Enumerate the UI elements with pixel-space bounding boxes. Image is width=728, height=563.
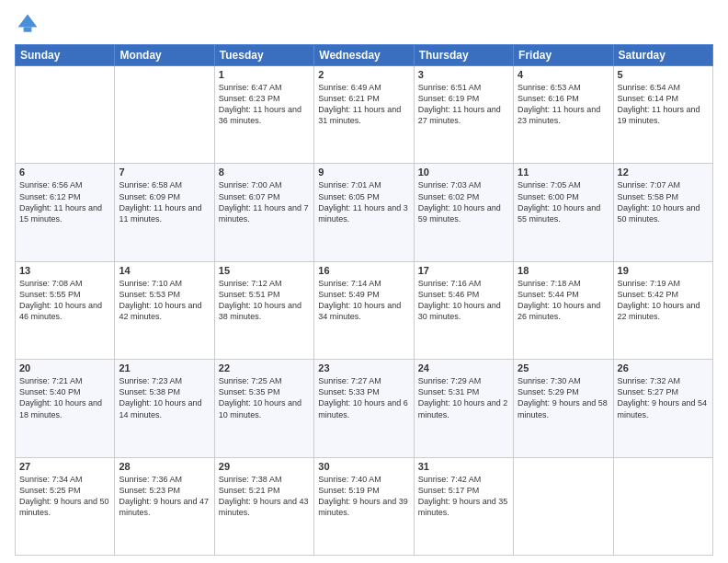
day-number: 24 bbox=[418, 362, 509, 373]
day-info: Sunrise: 7:08 AM Sunset: 5:55 PM Dayligh… bbox=[19, 278, 110, 323]
calendar-cell bbox=[514, 457, 613, 555]
day-info: Sunrise: 6:49 AM Sunset: 6:21 PM Dayligh… bbox=[318, 82, 409, 127]
calendar-cell: 20Sunrise: 7:21 AM Sunset: 5:40 PM Dayli… bbox=[16, 360, 115, 457]
day-number: 1 bbox=[219, 69, 310, 80]
calendar-cell: 17Sunrise: 7:16 AM Sunset: 5:46 PM Dayli… bbox=[414, 261, 513, 359]
day-info: Sunrise: 7:05 AM Sunset: 6:00 PM Dayligh… bbox=[518, 179, 609, 224]
day-info: Sunrise: 7:40 AM Sunset: 5:19 PM Dayligh… bbox=[318, 474, 409, 519]
day-info: Sunrise: 7:23 AM Sunset: 5:38 PM Dayligh… bbox=[119, 375, 210, 420]
calendar-week-row: 6Sunrise: 6:56 AM Sunset: 6:12 PM Daylig… bbox=[16, 164, 713, 261]
col-tuesday: Tuesday bbox=[214, 45, 313, 66]
calendar-week-row: 27Sunrise: 7:34 AM Sunset: 5:25 PM Dayli… bbox=[16, 457, 713, 555]
calendar-cell: 30Sunrise: 7:40 AM Sunset: 5:19 PM Dayli… bbox=[314, 457, 414, 555]
day-number: 16 bbox=[318, 265, 409, 276]
col-monday: Monday bbox=[115, 45, 214, 66]
day-info: Sunrise: 7:10 AM Sunset: 5:53 PM Dayligh… bbox=[119, 278, 210, 323]
day-info: Sunrise: 7:14 AM Sunset: 5:49 PM Dayligh… bbox=[318, 278, 409, 323]
day-number: 18 bbox=[518, 265, 609, 276]
calendar-cell: 9Sunrise: 7:01 AM Sunset: 6:05 PM Daylig… bbox=[314, 164, 414, 261]
day-info: Sunrise: 7:21 AM Sunset: 5:40 PM Dayligh… bbox=[19, 375, 110, 420]
day-info: Sunrise: 7:38 AM Sunset: 5:21 PM Dayligh… bbox=[219, 474, 310, 519]
calendar-cell: 25Sunrise: 7:30 AM Sunset: 5:29 PM Dayli… bbox=[514, 360, 613, 457]
calendar-cell bbox=[613, 457, 712, 555]
calendar-cell: 16Sunrise: 7:14 AM Sunset: 5:49 PM Dayli… bbox=[314, 261, 414, 359]
day-info: Sunrise: 7:07 AM Sunset: 5:58 PM Dayligh… bbox=[618, 179, 709, 224]
calendar-cell bbox=[115, 66, 214, 164]
day-number: 7 bbox=[119, 167, 210, 178]
day-info: Sunrise: 6:47 AM Sunset: 6:23 PM Dayligh… bbox=[219, 82, 310, 127]
day-info: Sunrise: 7:01 AM Sunset: 6:05 PM Dayligh… bbox=[318, 179, 409, 224]
calendar-cell: 29Sunrise: 7:38 AM Sunset: 5:21 PM Dayli… bbox=[214, 457, 313, 555]
calendar-cell: 22Sunrise: 7:25 AM Sunset: 5:35 PM Dayli… bbox=[214, 360, 313, 457]
calendar-cell: 28Sunrise: 7:36 AM Sunset: 5:23 PM Dayli… bbox=[115, 457, 214, 555]
calendar-cell: 21Sunrise: 7:23 AM Sunset: 5:38 PM Dayli… bbox=[115, 360, 214, 457]
day-info: Sunrise: 7:30 AM Sunset: 5:29 PM Dayligh… bbox=[518, 375, 609, 420]
day-info: Sunrise: 7:16 AM Sunset: 5:46 PM Dayligh… bbox=[418, 278, 509, 323]
calendar-cell: 7Sunrise: 6:58 AM Sunset: 6:09 PM Daylig… bbox=[115, 164, 214, 261]
svg-rect-1 bbox=[24, 28, 32, 32]
day-number: 26 bbox=[618, 362, 709, 373]
day-number: 14 bbox=[119, 265, 210, 276]
day-number: 15 bbox=[219, 265, 310, 276]
day-number: 25 bbox=[518, 362, 609, 373]
col-friday: Friday bbox=[514, 45, 613, 66]
calendar-cell: 13Sunrise: 7:08 AM Sunset: 5:55 PM Dayli… bbox=[16, 261, 115, 359]
day-info: Sunrise: 6:58 AM Sunset: 6:09 PM Dayligh… bbox=[119, 179, 210, 224]
day-info: Sunrise: 6:53 AM Sunset: 6:16 PM Dayligh… bbox=[518, 82, 609, 127]
day-number: 5 bbox=[618, 69, 709, 80]
day-number: 11 bbox=[518, 167, 609, 178]
day-number: 17 bbox=[418, 265, 509, 276]
calendar-week-row: 13Sunrise: 7:08 AM Sunset: 5:55 PM Dayli… bbox=[16, 261, 713, 359]
day-info: Sunrise: 7:29 AM Sunset: 5:31 PM Dayligh… bbox=[418, 375, 509, 420]
calendar-header-row: Sunday Monday Tuesday Wednesday Thursday… bbox=[16, 45, 713, 66]
col-wednesday: Wednesday bbox=[314, 45, 414, 66]
calendar-cell: 12Sunrise: 7:07 AM Sunset: 5:58 PM Dayli… bbox=[613, 164, 712, 261]
day-info: Sunrise: 7:36 AM Sunset: 5:23 PM Dayligh… bbox=[119, 474, 210, 519]
day-info: Sunrise: 6:56 AM Sunset: 6:12 PM Dayligh… bbox=[19, 179, 110, 224]
day-info: Sunrise: 7:42 AM Sunset: 5:17 PM Dayligh… bbox=[418, 474, 509, 519]
day-number: 28 bbox=[119, 461, 210, 472]
calendar-cell: 6Sunrise: 6:56 AM Sunset: 6:12 PM Daylig… bbox=[16, 164, 115, 261]
header bbox=[15, 11, 713, 37]
day-info: Sunrise: 6:51 AM Sunset: 6:19 PM Dayligh… bbox=[418, 82, 509, 127]
day-number: 23 bbox=[318, 362, 409, 373]
day-number: 3 bbox=[418, 69, 509, 80]
day-number: 31 bbox=[418, 461, 509, 472]
calendar-cell: 14Sunrise: 7:10 AM Sunset: 5:53 PM Dayli… bbox=[115, 261, 214, 359]
calendar-cell: 11Sunrise: 7:05 AM Sunset: 6:00 PM Dayli… bbox=[514, 164, 613, 261]
calendar-cell: 1Sunrise: 6:47 AM Sunset: 6:23 PM Daylig… bbox=[214, 66, 313, 164]
day-number: 22 bbox=[219, 362, 310, 373]
calendar-cell: 19Sunrise: 7:19 AM Sunset: 5:42 PM Dayli… bbox=[613, 261, 712, 359]
day-info: Sunrise: 7:32 AM Sunset: 5:27 PM Dayligh… bbox=[618, 375, 709, 420]
calendar-week-row: 20Sunrise: 7:21 AM Sunset: 5:40 PM Dayli… bbox=[16, 360, 713, 457]
day-number: 2 bbox=[318, 69, 409, 80]
day-info: Sunrise: 7:00 AM Sunset: 6:07 PM Dayligh… bbox=[219, 179, 310, 224]
day-info: Sunrise: 6:54 AM Sunset: 6:14 PM Dayligh… bbox=[618, 82, 709, 127]
calendar-cell: 23Sunrise: 7:27 AM Sunset: 5:33 PM Dayli… bbox=[314, 360, 414, 457]
calendar-cell: 27Sunrise: 7:34 AM Sunset: 5:25 PM Dayli… bbox=[16, 457, 115, 555]
day-number: 20 bbox=[19, 362, 110, 373]
day-number: 10 bbox=[418, 167, 509, 178]
col-sunday: Sunday bbox=[16, 45, 115, 66]
calendar-cell: 3Sunrise: 6:51 AM Sunset: 6:19 PM Daylig… bbox=[414, 66, 513, 164]
day-number: 27 bbox=[19, 461, 110, 472]
calendar-week-row: 1Sunrise: 6:47 AM Sunset: 6:23 PM Daylig… bbox=[16, 66, 713, 164]
calendar-cell: 15Sunrise: 7:12 AM Sunset: 5:51 PM Dayli… bbox=[214, 261, 313, 359]
col-thursday: Thursday bbox=[414, 45, 513, 66]
calendar-cell: 10Sunrise: 7:03 AM Sunset: 6:02 PM Dayli… bbox=[414, 164, 513, 261]
calendar-cell: 8Sunrise: 7:00 AM Sunset: 6:07 PM Daylig… bbox=[214, 164, 313, 261]
day-number: 13 bbox=[19, 265, 110, 276]
day-info: Sunrise: 7:25 AM Sunset: 5:35 PM Dayligh… bbox=[219, 375, 310, 420]
day-number: 21 bbox=[119, 362, 210, 373]
day-info: Sunrise: 7:03 AM Sunset: 6:02 PM Dayligh… bbox=[418, 179, 509, 224]
day-info: Sunrise: 7:19 AM Sunset: 5:42 PM Dayligh… bbox=[618, 278, 709, 323]
calendar-cell bbox=[16, 66, 115, 164]
calendar-cell: 24Sunrise: 7:29 AM Sunset: 5:31 PM Dayli… bbox=[414, 360, 513, 457]
calendar-table: Sunday Monday Tuesday Wednesday Thursday… bbox=[15, 44, 713, 556]
logo-icon bbox=[15, 11, 40, 37]
day-number: 4 bbox=[518, 69, 609, 80]
day-info: Sunrise: 7:27 AM Sunset: 5:33 PM Dayligh… bbox=[318, 375, 409, 420]
day-number: 8 bbox=[219, 167, 310, 178]
calendar-cell: 5Sunrise: 6:54 AM Sunset: 6:14 PM Daylig… bbox=[613, 66, 712, 164]
calendar-cell: 31Sunrise: 7:42 AM Sunset: 5:17 PM Dayli… bbox=[414, 457, 513, 555]
